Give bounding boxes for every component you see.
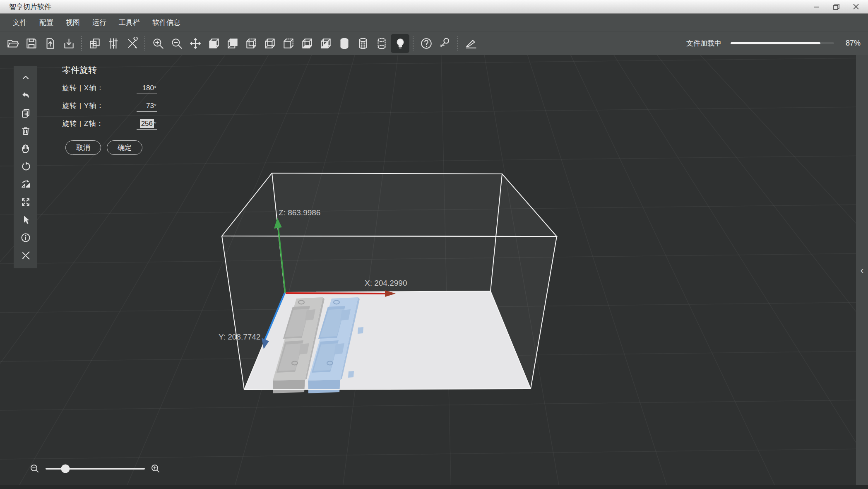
expand-arrows-icon bbox=[20, 197, 31, 207]
menu-file[interactable]: 文件 bbox=[7, 14, 33, 31]
minimize-icon bbox=[813, 3, 820, 10]
cube-left-solid-icon bbox=[245, 37, 258, 50]
cancel-button[interactable]: 取消 bbox=[65, 140, 101, 155]
panel-title: 零件旋转 bbox=[62, 64, 157, 76]
select-cursor-button[interactable] bbox=[17, 211, 35, 229]
rotation-x-label: 旋转 | X轴： bbox=[62, 83, 113, 93]
collapse-toolbar-button[interactable] bbox=[17, 68, 35, 86]
titlebar: 智享切片软件 bbox=[0, 0, 868, 14]
cube-top-dashed-icon bbox=[282, 37, 295, 50]
x-axis-label: X: 204.2990 bbox=[365, 279, 407, 287]
loading-percent: 87% bbox=[846, 39, 861, 48]
right-panel-toggle[interactable]: ‹ bbox=[856, 55, 868, 485]
cube-front-solid-icon bbox=[207, 37, 221, 50]
loading-area: 文件加载中 87% bbox=[686, 39, 861, 48]
cylinder-solid-icon bbox=[338, 37, 351, 50]
part-rotation-panel: 零件旋转 旋转 | X轴： 180° 旋转 | Y轴： 73° 旋转 | Z轴：… bbox=[62, 64, 157, 155]
zoom-control bbox=[30, 464, 161, 474]
pan-button[interactable] bbox=[17, 140, 35, 157]
rotation-x-input[interactable]: 180° bbox=[137, 84, 157, 94]
cube-bottom-solid-icon bbox=[301, 37, 314, 50]
view-wireframe-button[interactable] bbox=[260, 34, 279, 53]
cursor-icon bbox=[20, 214, 31, 225]
bottom-strip bbox=[0, 485, 868, 489]
undo-button[interactable] bbox=[17, 86, 35, 104]
mirror-button[interactable] bbox=[17, 175, 35, 193]
zoom-out-button[interactable] bbox=[167, 34, 186, 53]
delete-button[interactable] bbox=[17, 122, 35, 140]
minimize-button[interactable] bbox=[812, 2, 821, 11]
rotate-button[interactable] bbox=[17, 157, 35, 175]
wrench-screwdriver-icon bbox=[125, 37, 139, 50]
move-arrows-icon bbox=[189, 37, 202, 50]
zoom-slider-track[interactable] bbox=[46, 468, 145, 470]
menu-software-info[interactable]: 软件信息 bbox=[146, 14, 187, 31]
open-file-button[interactable] bbox=[3, 34, 22, 53]
help-button[interactable] bbox=[417, 34, 435, 53]
view-top-button[interactable] bbox=[279, 34, 298, 53]
rotation-x-row: 旋转 | X轴： 180° bbox=[62, 83, 157, 94]
hand-icon bbox=[20, 143, 31, 154]
light-toggle-button[interactable] bbox=[391, 34, 409, 53]
left-toolbar bbox=[14, 66, 37, 268]
main-toolbar: 文件加载中 87% bbox=[0, 31, 868, 55]
rotation-y-input[interactable]: 73° bbox=[137, 102, 157, 112]
sliders-icon bbox=[107, 37, 120, 50]
parameter-settings-button[interactable] bbox=[104, 34, 123, 53]
close-button[interactable] bbox=[851, 2, 861, 11]
view-left-button[interactable] bbox=[242, 34, 260, 53]
import-file-button[interactable] bbox=[41, 34, 59, 53]
save-file-button[interactable] bbox=[22, 34, 41, 53]
cylinder-solid-button[interactable] bbox=[335, 34, 353, 53]
fit-view-button[interactable] bbox=[17, 193, 35, 211]
repair-button[interactable] bbox=[17, 246, 35, 264]
toolbar-separator bbox=[144, 36, 145, 51]
info-button[interactable] bbox=[17, 229, 35, 246]
cube-wireframe-icon bbox=[263, 37, 277, 50]
rotation-z-input[interactable]: 256° bbox=[137, 120, 157, 130]
cylinder-points-button[interactable] bbox=[372, 34, 391, 53]
info-icon bbox=[20, 232, 31, 243]
menu-config[interactable]: 配置 bbox=[33, 14, 60, 31]
chevron-up-icon bbox=[20, 72, 31, 83]
zoom-out-minus-icon[interactable] bbox=[30, 464, 40, 474]
tools-button[interactable] bbox=[123, 34, 141, 53]
file-export-icon bbox=[43, 37, 57, 50]
view-diagonal-button[interactable] bbox=[316, 34, 335, 53]
open-folder-icon bbox=[6, 37, 19, 50]
move-button[interactable] bbox=[186, 34, 204, 53]
duplicate-button[interactable] bbox=[17, 104, 35, 122]
app-window: 智享切片软件 文件 配置 视图 运行 工具栏 软件信息 bbox=[0, 0, 868, 489]
chevron-left-icon: ‹ bbox=[861, 265, 864, 275]
close-icon bbox=[853, 3, 859, 10]
toolbar-separator bbox=[81, 36, 82, 51]
toolbar-separator bbox=[413, 36, 414, 51]
license-key-button[interactable] bbox=[435, 34, 454, 53]
view-bottom-button[interactable] bbox=[298, 34, 316, 53]
blade-calibration-button[interactable] bbox=[462, 34, 480, 53]
view-front-button[interactable] bbox=[204, 34, 223, 53]
selected-text: 256 bbox=[140, 119, 154, 128]
view-back-button[interactable] bbox=[223, 34, 242, 53]
mirror-flip-icon bbox=[20, 179, 31, 190]
rotation-z-label: 旋转 | Z轴： bbox=[62, 119, 113, 128]
cube-diagonal-icon bbox=[319, 37, 332, 50]
zoom-in-button[interactable] bbox=[149, 34, 167, 53]
cylinder-wire-button[interactable] bbox=[353, 34, 372, 53]
zoom-in-plus-icon[interactable] bbox=[151, 464, 161, 474]
x-axis-line bbox=[286, 293, 385, 294]
menu-view[interactable]: 视图 bbox=[60, 14, 86, 31]
menu-run[interactable]: 运行 bbox=[86, 14, 113, 31]
load-file-button[interactable] bbox=[59, 34, 78, 53]
viewport-3d[interactable]: Z: 863.9986 X: 204.2990 Y: 208.7742 bbox=[0, 55, 868, 485]
slice-preview-button[interactable] bbox=[85, 34, 104, 53]
confirm-button[interactable]: 确定 bbox=[107, 140, 142, 155]
restore-button[interactable] bbox=[832, 2, 841, 11]
rotation-y-row: 旋转 | Y轴： 73° bbox=[62, 101, 157, 112]
trash-icon bbox=[20, 125, 31, 136]
rotate-ccw-icon bbox=[20, 161, 31, 172]
toolbar-separator bbox=[457, 36, 458, 51]
zoom-slider-handle[interactable] bbox=[61, 465, 70, 473]
menu-toolbar[interactable]: 工具栏 bbox=[113, 14, 146, 31]
loading-progress-bar bbox=[731, 42, 834, 44]
